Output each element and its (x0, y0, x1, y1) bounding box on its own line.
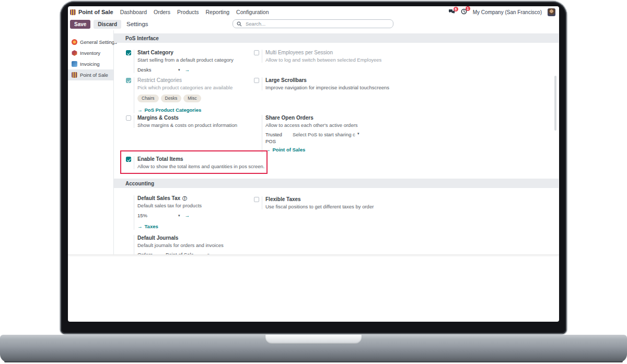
section-title: PoS Interface (125, 36, 159, 41)
default-sales-tax-select[interactable]: 15% ▾ → (137, 213, 190, 219)
internal-link-icon[interactable]: → (185, 67, 190, 73)
restrict-categories-checkbox[interactable] (126, 78, 131, 83)
divider (262, 50, 262, 63)
menu-orders[interactable]: Orders (154, 9, 170, 15)
settings-page: General Settings Inventory Invoicing Poi… (68, 30, 559, 255)
setting-default-journals: Default Journals Default journals for or… (126, 235, 258, 255)
search-box[interactable] (233, 19, 393, 28)
sidebar-item-general-settings[interactable]: General Settings (68, 37, 113, 48)
divider (134, 77, 134, 113)
orders-journal-label: Orders (137, 252, 166, 255)
menu-reporting[interactable]: Reporting (206, 9, 230, 15)
large-scrollbars-checkbox[interactable] (254, 78, 259, 83)
setting-desc: Pick which product categories are availa… (137, 85, 248, 91)
setting-desc: Start selling from a default product cat… (137, 57, 248, 63)
point-of-sale-icon (72, 72, 77, 78)
sidebar-item-label: Point of Sale (80, 72, 108, 78)
tag-misc[interactable]: Misc (183, 95, 201, 102)
setting-default-sales-tax: Default Sales Taxⓘ Default sales tax for… (126, 195, 248, 230)
messages-badge: 6 (454, 7, 458, 11)
setting-restrict-categories: Restrict Categories Pick which product c… (126, 77, 248, 113)
laptop-bezel: Point of Sale Dashboard Orders Products … (61, 2, 566, 334)
invoicing-icon (72, 61, 77, 67)
setting-desc: Allow to access each other's active orde… (265, 122, 385, 128)
trusted-pos-select[interactable]: Select PoS to start sharing c ▾ (293, 132, 359, 145)
company-menu[interactable]: My Company (San Francisco) (473, 9, 542, 15)
tag-chairs[interactable]: Chairs (137, 95, 159, 102)
section-header-accounting: Accounting (114, 179, 559, 188)
internal-link-icon[interactable]: → (214, 252, 219, 255)
flexible-taxes-checkbox[interactable] (254, 197, 259, 202)
internal-link-icon: → (137, 107, 143, 113)
sidebar-item-label: General Settings (80, 39, 117, 45)
divider (134, 235, 134, 255)
tag-desks[interactable]: Desks (161, 95, 182, 102)
activities-button[interactable]: 1 (461, 8, 467, 16)
chevron-down-icon[interactable]: ▾ (178, 68, 180, 73)
taxes-link[interactable]: → Taxes (137, 224, 248, 230)
menu-products[interactable]: Products (177, 9, 199, 15)
setting-label: Restrict Categories (137, 77, 248, 84)
setting-label: Start Category (137, 50, 248, 56)
divider (262, 77, 262, 90)
setting-label: Large Scrollbars (265, 77, 385, 84)
app-switcher[interactable]: Point of Sale (70, 9, 113, 15)
setting-label: Margins & Costs (137, 115, 248, 122)
point-of-sales-link[interactable]: → Point of Sales (265, 147, 385, 153)
setting-label: Enable Total Items (137, 156, 268, 163)
messages-button[interactable]: 6 (448, 9, 455, 16)
setting-enable-total-items: Enable Total Items Allow to show the tot… (126, 156, 268, 169)
menu-dashboard[interactable]: Dashboard (120, 9, 147, 15)
discard-button[interactable]: Discard (94, 20, 121, 29)
sidebar-item-label: Invoicing (80, 61, 100, 67)
setting-desc: Allow to log and switch between selected… (265, 57, 385, 63)
setting-large-scrollbars: Large Scrollbars Improve navigation for … (254, 77, 385, 90)
settings-main: PoS Interface Start Category Start selli… (114, 30, 559, 254)
search-icon (237, 19, 242, 29)
scrollbar-thumb[interactable] (554, 76, 556, 131)
selected-value: Desks (137, 67, 176, 73)
pos-app-icon (70, 9, 76, 15)
section-header-pos-interface: PoS Interface (114, 33, 559, 43)
save-button[interactable]: Save (70, 20, 90, 29)
info-icon[interactable]: ⓘ (182, 196, 187, 201)
sidebar-item-invoicing[interactable]: Invoicing (68, 58, 113, 69)
menu-configuration[interactable]: Configuration (236, 9, 269, 15)
control-bar: Save Discard Settings (68, 18, 559, 30)
setting-flexible-taxes: Flexible Taxes Use fiscal positions to g… (254, 196, 385, 209)
orders-journal-select[interactable]: Point of Sale (166, 252, 205, 255)
link-label: Point of Sales (273, 147, 306, 153)
pos-product-categories-link[interactable]: → PoS Product Categories (137, 107, 248, 113)
trusted-pos-label: Trusted POS (265, 132, 293, 145)
setting-multi-employees: Multi Employees per Session Allow to log… (254, 50, 385, 63)
setting-desc: Use fiscal positions to get different ta… (265, 204, 385, 210)
setting-label: Share Open Orders (265, 115, 385, 122)
enable-total-items-checkbox[interactable] (126, 157, 131, 162)
chevron-down-icon[interactable]: ▾ (357, 132, 359, 136)
search-input[interactable] (245, 20, 389, 27)
multi-employees-checkbox[interactable] (254, 50, 259, 55)
setting-label: Flexible Taxes (265, 196, 385, 203)
setting-share-open-orders: Share Open Orders Allow to access each o… (254, 115, 385, 153)
margins-costs-checkbox[interactable] (126, 115, 131, 121)
general-settings-icon (72, 39, 77, 45)
setting-desc: Default sales tax for products (137, 203, 248, 209)
internal-link-icon: → (137, 224, 143, 230)
start-category-checkbox[interactable] (126, 50, 131, 55)
setting-desc: Improve navigation for imprecise industr… (265, 85, 385, 91)
internal-link-icon: → (265, 147, 271, 153)
internal-link-icon[interactable]: → (185, 213, 190, 219)
chevron-down-icon[interactable]: ▾ (178, 214, 180, 218)
setting-label: Default Journals (137, 235, 258, 242)
selected-value: 15% (137, 213, 176, 219)
sidebar-item-inventory[interactable]: Inventory (68, 48, 113, 58)
start-category-select[interactable]: Desks ▾ → (137, 67, 190, 73)
sidebar-item-label: Inventory (80, 50, 100, 56)
chevron-down-icon[interactable]: ▾ (207, 253, 210, 255)
setting-margins-costs: Margins & Costs Show margins & costs on … (126, 115, 248, 128)
link-label: Taxes (145, 224, 158, 230)
inventory-icon (72, 50, 77, 56)
user-avatar[interactable] (548, 8, 555, 16)
sidebar-item-point-of-sale[interactable]: Point of Sale (68, 69, 113, 80)
divider (134, 156, 134, 169)
